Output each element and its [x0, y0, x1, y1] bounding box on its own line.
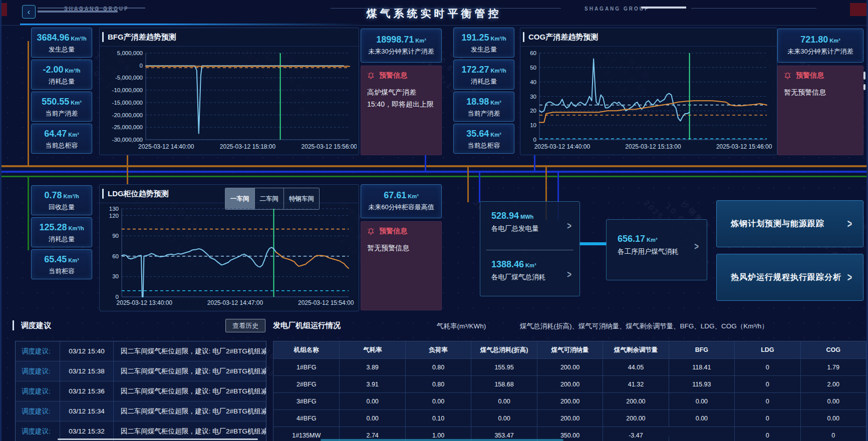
unit: Km³	[525, 262, 536, 268]
plant-title: 发电厂机组运行情况	[273, 321, 341, 330]
value-cell: 0	[734, 427, 800, 441]
unit: Km³	[490, 132, 501, 138]
unit: Km³	[68, 132, 79, 138]
warning-text: 暂无预警信息	[784, 86, 857, 98]
dispatch-row[interactable]: 调度建议:03/12 15:38因二车间煤气柜位超限，建议: 电厂2#BTG机组…	[16, 361, 266, 381]
power-generation-block[interactable]: 528.94MWh 各电厂总发电量 >	[480, 202, 580, 249]
dispatch-tag[interactable]: 调度建议:	[16, 427, 60, 436]
warning-title: 预警信息	[379, 71, 407, 80]
value-cell: 200.00	[603, 393, 668, 409]
header-line-decoration	[38, 11, 118, 13]
value: 528.94	[491, 211, 519, 221]
stat-card-ldg-consumption: 125.28Km³/h 消耗总量	[31, 217, 92, 247]
svg-text:130: 130	[109, 206, 119, 212]
dispatch-tag[interactable]: 调度建议:	[16, 387, 60, 396]
warning-text: 高炉煤气产消差15:40，即将超出上限	[367, 86, 435, 110]
unit: Km³	[71, 100, 81, 106]
link-hot-blast-stove[interactable]: 热风炉运行规程执行跟踪分析 >	[716, 254, 863, 301]
value: 35.64	[466, 129, 489, 139]
chevron-right-icon: >	[567, 219, 571, 231]
value-cell: 0	[800, 427, 866, 441]
unit: Km³	[415, 38, 426, 44]
alarm-bell-icon	[784, 72, 791, 80]
stat-label: 当前总柜容	[32, 141, 92, 150]
plant-subtitle-units: 煤气总消耗(折高)、煤气可消纳量、煤气剩余调节量、BFG、LDG、COG（Km³…	[520, 322, 768, 331]
horizontal-scrollbar[interactable]	[58, 438, 258, 440]
bfg-warning-panel: 预警信息 高炉煤气产消差15:40，即将超出上限	[361, 66, 442, 155]
dispatch-row[interactable]: 调度建议:03/12 15:40因二车间煤气柜位超限，建议: 电厂2#BTG机组…	[16, 341, 266, 361]
dispatch-title: 调度建议	[21, 321, 51, 330]
stat-value: 64.47Km³	[32, 129, 92, 139]
pipe-blue-vertical	[479, 173, 480, 202]
value-cell: 3.91	[339, 376, 405, 392]
vertical-scrollbar-thumb[interactable]	[863, 72, 865, 80]
dispatch-tag[interactable]: 调度建议:	[16, 367, 60, 376]
svg-text:2025-03-12 14:47:00: 2025-03-12 14:47:00	[207, 299, 263, 306]
svg-text:2025-03-12 13:40:00: 2025-03-12 13:40:00	[117, 299, 173, 306]
dispatch-row[interactable]: 调度建议:03/12 15:34因二车间煤气柜位超限，建议: 电厂2#BTG机组…	[16, 401, 266, 421]
link-label: 热风炉运行规程执行跟踪分析	[731, 272, 841, 283]
dispatch-row[interactable]: 调度建议:03/12 15:36因二车间煤气柜位超限，建议: 电厂2#BTG机组…	[16, 381, 266, 401]
pipe-orange-left-vertical	[28, 41, 29, 166]
stat-card-bfg-current-diff: 550.55Km³ 当前产消差	[31, 92, 92, 122]
column-header: BFG	[669, 341, 734, 358]
cog-chart: 01020304050602025-03-12 14:40:002025-03-…	[522, 48, 775, 153]
stat-label: 消耗总量	[454, 77, 514, 86]
process-consumption-panel[interactable]: 656.17Km³ 各工序用户煤气消耗 >	[606, 219, 707, 280]
unit: Km³/h	[63, 193, 79, 199]
frame-edge-left	[0, 0, 2, 441]
stat-card-cog-generation: 191.25Km³/h 发生总量	[453, 28, 514, 58]
link-steelmaking-plan[interactable]: 炼钢计划预测与能源跟踪 >	[716, 200, 863, 247]
stat-label: 当前总柜容	[454, 141, 514, 150]
stat-label: 各工序用户煤气消耗	[618, 247, 707, 256]
value-cell: 200.00	[537, 376, 603, 392]
chevron-right-icon: >	[567, 268, 571, 280]
stat-value: 550.55Km³	[32, 97, 92, 107]
pipe-orange-horizontal	[0, 165, 868, 167]
value-cell: 41.32	[603, 376, 668, 392]
value: 191.25	[461, 33, 489, 43]
dispatch-text: 因二车间煤气柜位超限，建议: 电厂2#BTG机组减少LDG...	[114, 407, 266, 416]
dispatch-tag[interactable]: 调度建议:	[16, 407, 60, 416]
svg-text:2025-03-12 15:13:00: 2025-03-12 15:13:00	[625, 143, 681, 150]
stat-value: 191.25Km³/h	[454, 33, 514, 43]
unit-name-cell: 3#BFG	[273, 393, 339, 409]
title-accent-bar	[102, 32, 104, 42]
svg-text:-25,000,000: -25,000,000	[112, 124, 143, 130]
stat-value: 125.28Km³/h	[32, 222, 92, 233]
value-cell: 158.68	[471, 376, 536, 392]
ldg-summary-card: 67.61Km³ 未来60分钟柜容最高值	[361, 184, 442, 218]
pipe-orange-vertical	[467, 167, 469, 202]
bfg-chart-panel: BFG产消差趋势预测 5,000,0000-5,000,000-10,000,0…	[99, 28, 359, 155]
svg-text:50: 50	[530, 65, 536, 71]
table-row: 3#BFG0.000.000.00200.00200.000.0000.00	[273, 392, 866, 409]
svg-text:2025-03-12 14:40:00: 2025-03-12 14:40:00	[138, 143, 194, 150]
svg-text:10: 10	[530, 122, 536, 128]
value: 65.45	[44, 254, 67, 264]
bfg-chart: 5,000,0000-5,000,000-10,000,000-15,000,0…	[102, 48, 357, 153]
svg-text:-20,000,000: -20,000,000	[112, 112, 143, 118]
view-history-button[interactable]: 查看历史	[225, 319, 265, 332]
stat-value: 65.45Km³	[32, 254, 92, 265]
unit: Km³	[490, 100, 501, 106]
pipe-cyan-connector	[579, 242, 607, 245]
svg-text:30: 30	[112, 273, 119, 279]
column-header: 气耗率	[339, 341, 405, 358]
stat-value: 35.64Km³	[454, 129, 514, 139]
value: 656.17	[618, 234, 645, 244]
vertical-scrollbar-thumb[interactable]	[863, 84, 865, 90]
stat-card-cog-holder-capacity: 35.64Km³ 当前总柜容	[453, 124, 514, 154]
value-cell: 200.00	[537, 359, 603, 375]
column-header: 煤气总消耗(折高)	[471, 341, 536, 358]
ldg-warning-panel: 预警信息 暂无预警信息	[361, 221, 442, 310]
plant-gas-consumption-block[interactable]: 1388.46Km³ 各电厂煤气总消耗 >	[480, 250, 580, 297]
stat-card-ldg-holder-capacity: 65.45Km³ 当前柜容	[31, 249, 92, 279]
value-cell: 115.93	[669, 376, 734, 392]
value-cell: 0.00	[800, 410, 866, 426]
dispatch-row[interactable]: 调度建议:03/12 15:32因二车间煤气柜位超限，建议: 电厂2#BTG机组…	[16, 421, 266, 441]
header: ‹ SHAGANG GROUP 煤气系统实时平衡管控 SHAGANG GROUP	[0, 0, 868, 26]
horizontal-scrollbar[interactable]	[321, 439, 563, 441]
dispatch-tag[interactable]: 调度建议:	[16, 347, 60, 356]
ldg-chart: 03060901201302025-03-12 13:40:002025-03-…	[102, 205, 357, 309]
unit: MWh	[520, 214, 533, 220]
